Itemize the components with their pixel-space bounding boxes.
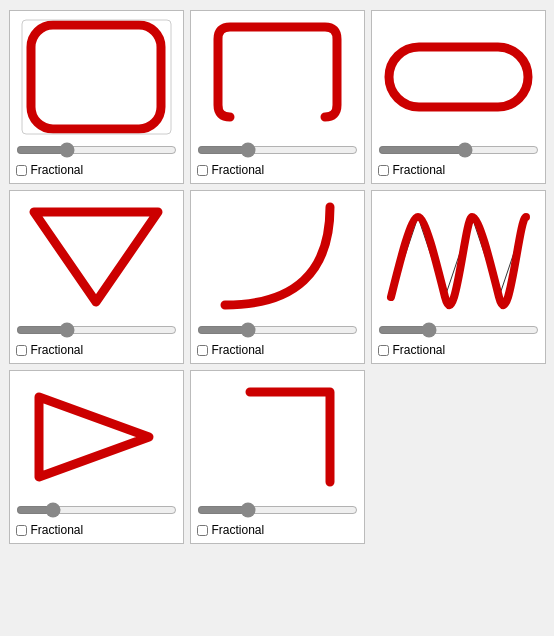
card-1-controls: Fractional bbox=[16, 143, 177, 177]
card-8-slider-row bbox=[197, 503, 358, 520]
card-6-checkbox[interactable] bbox=[378, 345, 389, 356]
card-2-checkbox-row: Fractional bbox=[197, 163, 265, 177]
svg-rect-0 bbox=[31, 25, 161, 129]
card-5-slider[interactable] bbox=[197, 323, 358, 337]
card-2-slider-row bbox=[197, 143, 358, 160]
card-4-controls: Fractional bbox=[16, 323, 177, 357]
shape-canvas-4 bbox=[19, 197, 174, 317]
card-8-label: Fractional bbox=[212, 523, 265, 537]
card-6-slider[interactable] bbox=[378, 323, 539, 337]
shape-canvas-6 bbox=[381, 197, 536, 317]
card-7-checkbox[interactable] bbox=[16, 525, 27, 536]
card-4: Fractional bbox=[9, 190, 184, 364]
card-3-controls: Fractional bbox=[378, 143, 539, 177]
card-3-checkbox-row: Fractional bbox=[378, 163, 446, 177]
card-1-checkbox-row: Fractional bbox=[16, 163, 84, 177]
card-7-controls: Fractional bbox=[16, 503, 177, 537]
card-5-checkbox-row: Fractional bbox=[197, 343, 265, 357]
card-6-checkbox-row: Fractional bbox=[378, 343, 446, 357]
card-4-slider-row bbox=[16, 323, 177, 340]
card-8: Fractional bbox=[190, 370, 365, 544]
shape-svg-3 bbox=[381, 17, 536, 137]
shape-svg-4 bbox=[19, 197, 174, 317]
card-3-slider-row bbox=[378, 143, 539, 160]
card-3-checkbox[interactable] bbox=[378, 165, 389, 176]
card-4-checkbox[interactable] bbox=[16, 345, 27, 356]
shape-canvas-2 bbox=[200, 17, 355, 137]
shape-svg-7 bbox=[19, 377, 174, 497]
svg-marker-3 bbox=[34, 212, 158, 302]
card-6: Fractional bbox=[371, 190, 546, 364]
card-8-slider[interactable] bbox=[197, 503, 358, 517]
shape-canvas-7 bbox=[19, 377, 174, 497]
shape-svg-6 bbox=[381, 197, 536, 317]
shape-canvas-1 bbox=[19, 17, 174, 137]
card-6-slider-row bbox=[378, 323, 539, 340]
card-5-controls: Fractional bbox=[197, 323, 358, 357]
card-5-checkbox[interactable] bbox=[197, 345, 208, 356]
card-3: Fractional bbox=[371, 10, 546, 184]
card-7-checkbox-row: Fractional bbox=[16, 523, 84, 537]
card-1-slider-row bbox=[16, 143, 177, 160]
card-1-slider[interactable] bbox=[16, 143, 177, 157]
card-6-controls: Fractional bbox=[378, 323, 539, 357]
shape-svg-2 bbox=[200, 17, 355, 137]
card-3-label: Fractional bbox=[393, 163, 446, 177]
card-5-label: Fractional bbox=[212, 343, 265, 357]
card-4-checkbox-row: Fractional bbox=[16, 343, 84, 357]
card-7: Fractional bbox=[9, 370, 184, 544]
card-1: Fractional bbox=[9, 10, 184, 184]
card-5: Fractional bbox=[190, 190, 365, 364]
card-6-label: Fractional bbox=[393, 343, 446, 357]
card-7-slider-row bbox=[16, 503, 177, 520]
card-2-checkbox[interactable] bbox=[197, 165, 208, 176]
card-1-checkbox[interactable] bbox=[16, 165, 27, 176]
card-2-controls: Fractional bbox=[197, 143, 358, 177]
card-1-label: Fractional bbox=[31, 163, 84, 177]
shape-canvas-5 bbox=[200, 197, 355, 317]
card-8-checkbox-row: Fractional bbox=[197, 523, 265, 537]
shape-svg-1 bbox=[19, 17, 174, 137]
card-7-slider[interactable] bbox=[16, 503, 177, 517]
card-2-slider[interactable] bbox=[197, 143, 358, 157]
svg-rect-2 bbox=[389, 47, 528, 107]
card-3-slider[interactable] bbox=[378, 143, 539, 157]
shape-canvas-3 bbox=[381, 17, 536, 137]
main-grid: Fractional Fractional bbox=[9, 10, 546, 544]
shape-svg-8 bbox=[200, 377, 355, 497]
svg-rect-1 bbox=[22, 20, 171, 134]
card-8-checkbox[interactable] bbox=[197, 525, 208, 536]
card-2-label: Fractional bbox=[212, 163, 265, 177]
shape-svg-5 bbox=[200, 197, 355, 317]
card-5-slider-row bbox=[197, 323, 358, 340]
card-8-controls: Fractional bbox=[197, 503, 358, 537]
card-4-label: Fractional bbox=[31, 343, 84, 357]
card-2: Fractional bbox=[190, 10, 365, 184]
card-7-label: Fractional bbox=[31, 523, 84, 537]
shape-canvas-8 bbox=[200, 377, 355, 497]
card-4-slider[interactable] bbox=[16, 323, 177, 337]
